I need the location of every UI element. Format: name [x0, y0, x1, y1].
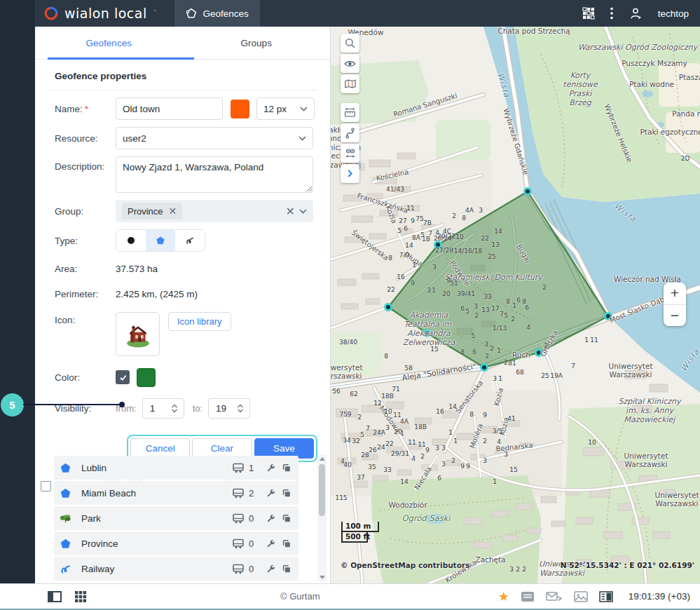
group-multiselect[interactable]: Province✕ ✕ [116, 200, 313, 222]
map-track-points-button[interactable] [341, 144, 359, 163]
visibility-to-stepper[interactable]: 19 [208, 398, 250, 419]
to-label: to: [193, 403, 203, 414]
properties-wrench-icon[interactable] [266, 463, 276, 473]
geofence-row[interactable]: Lublin1 [54, 456, 298, 480]
panel-tabs: Geofences Groups [35, 27, 330, 60]
notifications-icon[interactable] [521, 591, 535, 602]
copy-icon[interactable] [282, 538, 291, 549]
area-value: 37.573 ha [116, 264, 158, 274]
select-all-checkbox[interactable] [41, 481, 51, 492]
zoom-out-button[interactable]: − [664, 305, 686, 327]
scroll-up-icon[interactable] [320, 457, 325, 461]
layout-columns-icon[interactable] [48, 591, 62, 602]
copy-icon[interactable] [282, 564, 291, 574]
callout-5: 5 [1, 393, 24, 416]
line-color-swatch[interactable] [231, 100, 249, 118]
description-label: Description: [55, 161, 116, 172]
visibility-from-stepper[interactable]: 1 [142, 398, 184, 419]
route-icon [345, 128, 356, 139]
units-icon [232, 538, 245, 549]
properties-wrench-icon[interactable] [266, 488, 276, 499]
geofences-panel: Geofences Groups Geofence properties Nam… [35, 27, 331, 583]
type-circle-option[interactable] [116, 230, 146, 251]
type-polygon-option[interactable] [146, 230, 175, 251]
polygon-geofence-icon [60, 538, 71, 550]
status-bar: © Gurtam ★ 19:01:39 (+03) [0, 583, 700, 610]
units-icon [232, 463, 245, 473]
geofence-name: Miami Beach [81, 488, 226, 499]
scroll-down-icon[interactable] [320, 576, 325, 579]
username[interactable]: techtop [658, 8, 689, 19]
geofence-row[interactable]: Park0 [54, 506, 298, 530]
font-size-select[interactable]: 12 px [256, 97, 315, 120]
geofence-icon-preview[interactable] [116, 312, 160, 356]
perimeter-label: Perimeter: [55, 289, 116, 299]
copy-icon[interactable] [282, 488, 291, 499]
list-scrollbar[interactable] [317, 454, 327, 582]
tab-geofences[interactable]: Geofences [35, 27, 183, 59]
copyright: © Gurtam [280, 591, 320, 602]
map-routing-button[interactable] [341, 123, 359, 142]
type-line-option[interactable] [175, 230, 205, 251]
tree-icon [60, 513, 71, 524]
geofence-row[interactable]: Miami Beach2 [54, 481, 298, 505]
stepper-arrows-icon [170, 403, 179, 414]
geofence-list: Lublin1Miami Beach2Park0Province0Railway… [54, 456, 298, 582]
scale-imperial: 500 ft [341, 532, 368, 543]
top-bar: wialon localˋ Geofences techtop [0, 0, 700, 27]
active-tab-underline [48, 57, 194, 60]
tab-geofences-app[interactable]: Geofences [174, 0, 259, 27]
check-icon [118, 373, 128, 382]
map-search-button[interactable] [341, 34, 359, 53]
unit-count: 0 [249, 538, 260, 549]
unit-count: 2 [249, 488, 260, 499]
polygon-geofence-icon [60, 462, 71, 474]
group-chip[interactable]: Province✕ [122, 203, 182, 219]
properties-wrench-icon[interactable] [266, 513, 276, 524]
favorites-star-icon[interactable]: ★ [498, 589, 509, 604]
image-icon[interactable] [574, 591, 588, 602]
map-tools-expand-button[interactable] [341, 164, 359, 183]
geofence-type-segments [116, 229, 205, 252]
color-checkbox[interactable] [116, 370, 130, 384]
divider [48, 90, 316, 90]
icon-library-button[interactable]: Icon library [168, 312, 231, 331]
resource-value: user2 [123, 133, 294, 144]
group-clear-icon[interactable]: ✕ [286, 205, 295, 218]
scale-metric: 100 m [341, 522, 379, 532]
map-canvas[interactable]: WenedówChata pod StrzechąWarszawski Ogró… [331, 27, 700, 583]
user-icon[interactable] [629, 7, 643, 20]
geofence-row[interactable]: Province0 [54, 531, 298, 555]
mail-forward-icon[interactable] [546, 591, 563, 602]
font-size-value: 12 px [263, 104, 296, 114]
report-panel-icon[interactable] [599, 591, 613, 602]
apps-grid-icon[interactable] [582, 7, 595, 20]
house-icon [123, 320, 153, 349]
map-layers-button[interactable] [341, 74, 359, 93]
map-scale: 100 m 500 ft [341, 522, 379, 543]
name-input[interactable] [116, 97, 223, 120]
tab-groups[interactable]: Groups [183, 27, 331, 59]
units-icon [232, 513, 245, 524]
zoom-in-button[interactable]: + [664, 283, 686, 305]
track-points-icon [345, 148, 356, 159]
scrollbar-thumb[interactable] [319, 464, 325, 516]
properties-wrench-icon[interactable] [266, 538, 276, 549]
fill-color-swatch[interactable] [137, 368, 156, 387]
description-textarea[interactable]: Nowy Zjazd 1, Warszawa, Poland [116, 156, 313, 193]
copy-icon[interactable] [282, 513, 291, 524]
ruler-icon [344, 107, 356, 118]
geofence-row[interactable]: Railway0 [54, 557, 298, 581]
resource-select[interactable]: user2 [116, 127, 313, 149]
properties-wrench-icon[interactable] [266, 564, 276, 574]
apps-grid-dark-icon[interactable] [74, 590, 87, 603]
group-label: Group: [55, 206, 116, 217]
color-label: Color: [55, 372, 116, 383]
chip-remove-icon[interactable]: ✕ [169, 205, 177, 217]
copy-icon[interactable] [282, 463, 291, 473]
chevron-down-icon [300, 107, 308, 111]
polygon-geofence-icon [60, 487, 71, 499]
map-visibility-button[interactable] [341, 54, 359, 73]
map-ruler-button[interactable] [341, 103, 359, 122]
more-menu-icon[interactable] [610, 7, 613, 20]
